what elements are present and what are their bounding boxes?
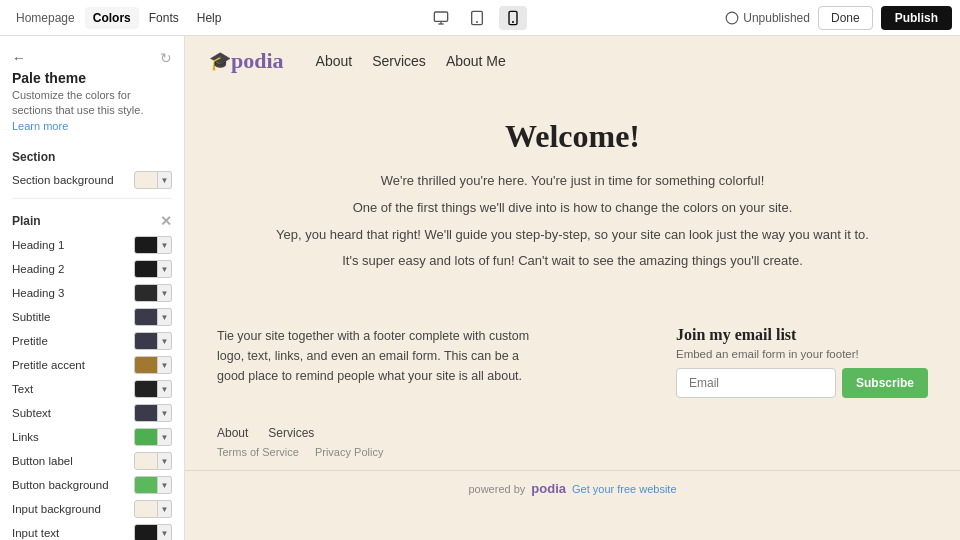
email-list-desc: Embed an email form in your footer! xyxy=(676,348,928,360)
powered-logo: podia xyxy=(531,481,566,496)
color-dropdown-9[interactable]: ▼ xyxy=(158,452,172,470)
color-swatch-8[interactable]: ▼ xyxy=(134,428,172,446)
free-website-link[interactable]: Get your free website xyxy=(572,483,677,495)
email-list-title: Join my email list xyxy=(676,326,928,344)
main-layout: ← ↻ Pale theme Customize the colors for … xyxy=(0,36,960,540)
color-dropdown-11[interactable]: ▼ xyxy=(158,500,172,518)
color-label-9: Button label xyxy=(12,455,73,467)
plain-header: Plain ✕ xyxy=(0,205,184,233)
footer-body-text: Tie your site together with a footer com… xyxy=(217,326,537,386)
plain-close-button[interactable]: ✕ xyxy=(160,213,172,229)
color-label-7: Subtext xyxy=(12,407,51,419)
topbar-left: Homepage Colors Fonts Help xyxy=(8,7,229,29)
nav-link-about-me[interactable]: About Me xyxy=(446,53,506,69)
hero-title: Welcome! xyxy=(225,118,920,155)
hero-line-3: Yep, you heard that right! We'll guide y… xyxy=(225,225,920,246)
tab-fonts[interactable]: Fonts xyxy=(141,7,187,29)
color-swatch-1[interactable]: ▼ xyxy=(134,260,172,278)
footer-email-section: Join my email list Embed an email form i… xyxy=(676,326,928,398)
color-swatch-12[interactable]: ▼ xyxy=(134,524,172,540)
color-swatch-0[interactable]: ▼ xyxy=(134,236,172,254)
email-input[interactable] xyxy=(676,368,836,398)
color-label-3: Subtitle xyxy=(12,311,50,323)
color-dropdown-0[interactable]: ▼ xyxy=(158,236,172,254)
color-dropdown-8[interactable]: ▼ xyxy=(158,428,172,446)
color-row-10: Button background ▼ xyxy=(0,473,184,497)
back-button[interactable]: ← xyxy=(12,50,26,66)
color-row-5: Pretitle accent ▼ xyxy=(0,353,184,377)
color-row-2: Heading 3 ▼ xyxy=(0,281,184,305)
footer-link-about[interactable]: About xyxy=(217,426,248,440)
color-dropdown-2[interactable]: ▼ xyxy=(158,284,172,302)
color-swatch-2[interactable]: ▼ xyxy=(134,284,172,302)
section-background-swatch[interactable]: ▼ xyxy=(134,171,172,189)
color-row-11: Input background ▼ xyxy=(0,497,184,521)
footer-link-services[interactable]: Services xyxy=(268,426,314,440)
color-dropdown-5[interactable]: ▼ xyxy=(158,356,172,374)
tab-colors[interactable]: Colors xyxy=(85,7,139,29)
topbar-right: Unpublished Done Publish xyxy=(725,6,952,30)
footer-legal-links: Terms of Service Privacy Policy xyxy=(185,444,960,470)
color-dropdown-10[interactable]: ▼ xyxy=(158,476,172,494)
hero-line-1: We're thrilled you're here. You're just … xyxy=(225,171,920,192)
section-background-row: Section background ▼ xyxy=(0,168,184,192)
hero-line-4: It's super easy and lots of fun! Can't w… xyxy=(225,251,920,272)
color-label-12: Input text xyxy=(12,527,59,539)
color-dropdown-6[interactable]: ▼ xyxy=(158,380,172,398)
preview-inner: 🎓 podia About Services About Me Welcome!… xyxy=(185,36,960,540)
color-dropdown-1[interactable]: ▼ xyxy=(158,260,172,278)
refresh-button[interactable]: ↻ xyxy=(160,50,172,66)
tab-help[interactable]: Help xyxy=(189,7,230,29)
footer-privacy-link[interactable]: Privacy Policy xyxy=(315,446,383,458)
mobile-device-btn[interactable] xyxy=(499,6,527,30)
color-swatch-9[interactable]: ▼ xyxy=(134,452,172,470)
color-label-4: Pretitle xyxy=(12,335,48,347)
color-dropdown-12[interactable]: ▼ xyxy=(158,524,172,540)
color-swatch-10[interactable]: ▼ xyxy=(134,476,172,494)
nav-link-services[interactable]: Services xyxy=(372,53,426,69)
color-row-0: Heading 1 ▼ xyxy=(0,233,184,257)
color-swatch-11[interactable]: ▼ xyxy=(134,500,172,518)
preview-hero: Welcome! We're thrilled you're here. You… xyxy=(185,86,960,298)
theme-desc: Customize the colors for sections that u… xyxy=(0,86,184,142)
color-dropdown-3[interactable]: ▼ xyxy=(158,308,172,326)
color-label-1: Heading 2 xyxy=(12,263,64,275)
subscribe-button[interactable]: Subscribe xyxy=(842,368,928,398)
color-label-10: Button background xyxy=(12,479,109,491)
color-dropdown-4[interactable]: ▼ xyxy=(158,332,172,350)
device-switcher xyxy=(229,6,725,30)
section-background-dropdown[interactable]: ▼ xyxy=(158,171,172,189)
preview-area: 🎓 podia About Services About Me Welcome!… xyxy=(185,36,960,540)
color-row-3: Subtitle ▼ xyxy=(0,305,184,329)
topbar: Homepage Colors Fonts Help Unpublished D… xyxy=(0,0,960,36)
preview-logo: 🎓 podia xyxy=(209,48,284,74)
color-swatch-7[interactable]: ▼ xyxy=(134,404,172,422)
nav-link-about[interactable]: About xyxy=(316,53,353,69)
color-row-4: Pretitle ▼ xyxy=(0,329,184,353)
logo-hat-icon: 🎓 xyxy=(209,50,231,72)
color-swatch-4[interactable]: ▼ xyxy=(134,332,172,350)
color-swatch-6[interactable]: ▼ xyxy=(134,380,172,398)
preview-nav: 🎓 podia About Services About Me xyxy=(185,36,960,86)
color-label-11: Input background xyxy=(12,503,101,515)
logo-text: podia xyxy=(231,48,284,74)
color-swatch-3[interactable]: ▼ xyxy=(134,308,172,326)
footer-tos-link[interactable]: Terms of Service xyxy=(217,446,299,458)
color-row-6: Text ▼ xyxy=(0,377,184,401)
done-button[interactable]: Done xyxy=(818,6,873,30)
preview-footer: Tie your site together with a footer com… xyxy=(185,306,960,418)
color-row-12: Input text ▼ xyxy=(0,521,184,540)
homepage-link[interactable]: Homepage xyxy=(8,7,83,29)
color-dropdown-7[interactable]: ▼ xyxy=(158,404,172,422)
section-header: Section xyxy=(0,142,184,168)
left-panel: ← ↻ Pale theme Customize the colors for … xyxy=(0,36,185,540)
publish-button[interactable]: Publish xyxy=(881,6,952,30)
color-swatch-5[interactable]: ▼ xyxy=(134,356,172,374)
color-row-7: Subtext ▼ xyxy=(0,401,184,425)
tablet-device-btn[interactable] xyxy=(463,6,491,30)
hero-line-2: One of the first things we'll dive into … xyxy=(225,198,920,219)
section-background-label: Section background xyxy=(12,174,114,186)
footer-nav-links: About Services xyxy=(185,418,960,444)
desktop-device-btn[interactable] xyxy=(427,6,455,30)
learn-more-link[interactable]: Learn more xyxy=(12,120,68,132)
